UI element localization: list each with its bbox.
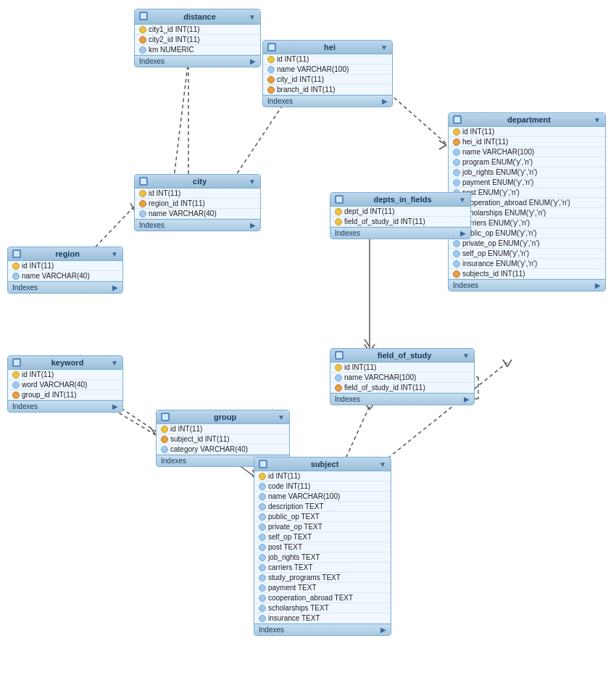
col-icon [12, 381, 20, 389]
field-label: scholarships TEXT [268, 604, 329, 612]
table-row: self_op ENUM('y','n') [449, 249, 605, 259]
field-label: region_id INT(11) [149, 199, 205, 207]
table-group-header: group ▼ [157, 410, 289, 424]
table-row: id INT(11) [157, 424, 289, 434]
svg-line-9 [439, 145, 446, 149]
field-label: id INT(11) [22, 262, 54, 270]
table-row: word VARCHAR(40) [8, 380, 122, 390]
table-city-name: city [193, 177, 207, 186]
indexes-arrow: ▶ [595, 281, 601, 289]
table-row: city_id INT(11) [263, 75, 392, 85]
field-label: id INT(11) [462, 128, 494, 136]
table-row: name VARCHAR(100) [263, 65, 392, 75]
field-label: scholarships ENUM('y','n') [462, 209, 546, 217]
table-field-of-study-icon [335, 351, 344, 360]
indexes-label: Indexes [335, 395, 360, 403]
field-label: id INT(11) [277, 55, 309, 63]
col-icon [259, 513, 266, 521]
key-icon [259, 473, 266, 480]
col-icon [161, 446, 168, 453]
col-icon [259, 574, 266, 582]
field-label: payment ENUM('y','n') [462, 178, 533, 186]
field-label: name VARCHAR(100) [277, 65, 349, 73]
table-row: subject_id INT(11) [157, 434, 289, 444]
table-region-arrow: ▼ [111, 250, 118, 258]
table-hei-name: hei [324, 43, 336, 51]
field-label: self_op ENUM('y','n') [462, 249, 529, 257]
table-department: department ▼ id INT(11) hei_id INT(11) n… [448, 112, 606, 291]
table-row: payment TEXT [254, 583, 391, 593]
col-icon [267, 66, 275, 73]
field-label: public_op TEXT [268, 513, 320, 521]
indexes-arrow: ▶ [112, 284, 118, 291]
field-label: study_programs TEXT [268, 574, 341, 582]
col-icon [139, 46, 146, 54]
field-label: id INT(11) [268, 472, 300, 480]
col-icon [259, 554, 266, 561]
table-hei: hei ▼ id INT(11) name VARCHAR(100) city_… [262, 40, 393, 107]
table-distance-header: distance ▼ [135, 9, 260, 25]
field-label: word VARCHAR(40) [22, 381, 87, 389]
table-row: field_of_study_id INT(11) [330, 383, 474, 393]
table-row: dept_id INT(11) [330, 207, 470, 217]
table-department-header: department ▼ [449, 113, 605, 127]
key-icon [139, 190, 146, 197]
table-city-indexes: Indexes ▶ [135, 219, 260, 231]
col-icon [259, 615, 266, 622]
indexes-label: Indexes [139, 221, 165, 229]
field-label: program ENUM('y','n') [462, 158, 533, 166]
fk-icon [161, 436, 168, 443]
indexes-arrow: ▶ [250, 57, 256, 65]
table-row: km NUMERIC [135, 45, 260, 55]
col-icon [453, 159, 460, 166]
table-row: id INT(11) [135, 189, 260, 199]
indexes-label: Indexes [161, 457, 186, 465]
field-label: id INT(11) [170, 425, 202, 433]
field-label: name VARCHAR(100) [344, 373, 416, 381]
table-depts-in-fields-icon [335, 195, 344, 204]
table-row: scholarships TEXT [254, 603, 391, 613]
key-icon [335, 208, 342, 215]
table-row: study_programs TEXT [254, 573, 391, 583]
table-city-arrow: ▼ [249, 178, 256, 186]
table-row: private_op ENUM('y','n') [449, 239, 605, 249]
col-icon [259, 524, 266, 531]
table-group-name: group [214, 413, 236, 421]
field-label: field_of_study_id INT(11) [344, 384, 425, 392]
col-icon [453, 179, 460, 186]
field-label: km NUMERIC [149, 46, 194, 54]
col-icon [259, 544, 266, 551]
table-hei-icon [267, 43, 276, 51]
table-row: name VARCHAR(100) [254, 492, 391, 502]
table-region-header: region ▼ [8, 247, 122, 261]
table-hei-arrow: ▼ [380, 44, 388, 51]
table-subject-indexes: Indexes ▶ [254, 624, 391, 635]
field-label: post TEXT [268, 543, 302, 551]
svg-line-37 [503, 360, 507, 367]
table-city-icon [139, 177, 148, 186]
indexes-label: Indexes [12, 402, 38, 410]
table-region-icon [12, 249, 21, 258]
col-icon [139, 210, 146, 218]
field-label: job_rights ENUM('y','n') [462, 168, 537, 176]
table-row: public_op ENUM('y','n') [449, 228, 605, 239]
svg-line-38 [507, 360, 512, 367]
table-department-indexes: Indexes ▶ [449, 279, 605, 291]
table-subject-arrow: ▼ [379, 460, 386, 468]
table-hei-indexes: Indexes ▶ [263, 95, 392, 107]
table-department-arrow: ▼ [594, 116, 601, 124]
table-region-name: region [55, 249, 80, 258]
field-label: job_rights TEXT [268, 553, 320, 561]
indexes-arrow: ▶ [380, 626, 386, 634]
table-row: id INT(11) [8, 370, 122, 380]
table-distance: distance ▼ city1_id INT(11) city2_id INT… [134, 9, 261, 67]
table-region-indexes: Indexes ▶ [8, 281, 122, 293]
table-distance-icon [139, 12, 151, 22]
indexes-arrow: ▶ [382, 97, 388, 105]
fk-icon [139, 36, 146, 44]
table-keyword-header: keyword ▼ [8, 356, 122, 370]
table-group-icon [161, 413, 170, 421]
diagram-canvas: distance ▼ city1_id INT(11) city2_id INT… [0, 0, 616, 691]
fk-icon [267, 86, 275, 94]
table-row: hei_id INT(11) [449, 137, 605, 147]
